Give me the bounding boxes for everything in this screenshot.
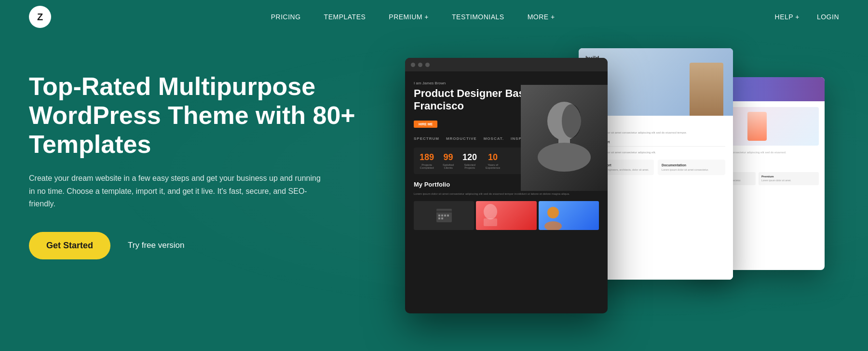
stat-selected-number: 120 bbox=[462, 152, 477, 162]
mockup-main-browser: I am James Brown Product Designer Based … bbox=[405, 58, 608, 313]
thumb-blue bbox=[539, 201, 599, 230]
hero-title: Top-Rated Multipurpose WordPress Theme w… bbox=[29, 72, 366, 159]
browser-dot-green bbox=[425, 63, 430, 67]
nav-pricing[interactable]: PRICING bbox=[271, 13, 301, 21]
main-content: Top-Rated Multipurpose WordPress Theme w… bbox=[0, 34, 868, 351]
portfolio-body-text: Lorem ipsum dolor sit amet consectetur a… bbox=[414, 192, 599, 196]
stat-projects-label: ProjectsCompleted bbox=[420, 163, 434, 169]
stat-clients: 99 SatisfiedClients bbox=[443, 152, 454, 169]
logo-moscat: MOSCAT. bbox=[484, 136, 504, 141]
brand-logo[interactable]: Z bbox=[29, 6, 51, 28]
header: Z PRICING TEMPLATES PREMIUM + TESTIMONIA… bbox=[0, 0, 868, 34]
logo-mroductive: mRODUCTive bbox=[446, 136, 477, 141]
secondary-card-2-title: Documentation bbox=[662, 163, 721, 167]
stat-years: 10 Years ofExperience bbox=[486, 152, 500, 169]
hero-right: I am James Brown Product Designer Based … bbox=[405, 48, 839, 328]
svg-point-12 bbox=[484, 204, 497, 219]
portfolio-hire-btn[interactable]: HIRE ME bbox=[414, 121, 437, 128]
browser-dot-red bbox=[411, 63, 415, 67]
third-card-2-title: Premium bbox=[761, 175, 816, 178]
portfolio-face-image bbox=[521, 85, 608, 191]
third-person-figure bbox=[747, 112, 767, 141]
stat-years-label: Years ofExperience bbox=[486, 163, 500, 169]
stat-years-number: 10 bbox=[486, 152, 500, 162]
thumb-red bbox=[476, 201, 536, 230]
hero-left: Top-Rated Multipurpose WordPress Theme w… bbox=[29, 53, 366, 259]
svg-rect-10 bbox=[438, 217, 440, 219]
get-started-button[interactable]: Get Started bbox=[29, 232, 110, 259]
svg-rect-11 bbox=[441, 217, 443, 219]
stat-clients-number: 99 bbox=[443, 152, 454, 162]
nav-testimonials[interactable]: TESTIMONIALS bbox=[452, 13, 504, 21]
svg-point-14 bbox=[547, 207, 559, 218]
third-card-2-body: Lorem ipsum dolor sit amet. bbox=[761, 179, 816, 182]
nav-login[interactable]: LOGIN bbox=[817, 13, 839, 21]
logo-spectrum: SPECTRUM bbox=[414, 136, 439, 141]
thumb-calendar bbox=[414, 201, 474, 230]
browser-titlebar bbox=[405, 58, 608, 71]
stat-clients-label: SatisfiedClients bbox=[443, 163, 454, 169]
nav-premium[interactable]: PREMIUM + bbox=[389, 13, 429, 21]
hero-description: Create your dream website in a few easy … bbox=[29, 172, 328, 210]
browser-dot-yellow bbox=[418, 63, 422, 67]
secondary-figure bbox=[690, 63, 723, 116]
nav-more[interactable]: MORE + bbox=[528, 13, 555, 21]
hero-buttons: Get Started Try free version bbox=[29, 232, 366, 259]
try-free-button[interactable]: Try free version bbox=[128, 241, 184, 250]
portfolio-grid bbox=[414, 201, 599, 230]
svg-rect-13 bbox=[484, 218, 497, 226]
face-svg bbox=[535, 94, 593, 181]
svg-rect-6 bbox=[438, 215, 440, 216]
stat-projects-number: 189 bbox=[420, 152, 434, 162]
svg-rect-7 bbox=[441, 215, 443, 216]
svg-rect-5 bbox=[436, 211, 452, 213]
svg-rect-8 bbox=[444, 215, 446, 216]
svg-point-15 bbox=[544, 221, 562, 230]
secondary-card-2-body: Lorem ipsum dolor sit amet consectetur. bbox=[662, 168, 721, 171]
svg-point-2 bbox=[538, 143, 591, 172]
nav-center: PRICING TEMPLATES PREMIUM + TESTIMONIALS… bbox=[271, 13, 555, 21]
svg-rect-9 bbox=[447, 215, 449, 216]
nav-templates[interactable]: TEMPLATES bbox=[324, 13, 366, 21]
secondary-card-2: Documentation Lorem ipsum dolor sit amet… bbox=[658, 160, 725, 175]
nav-right: HELP + LOGIN bbox=[775, 13, 839, 21]
stat-projects: 189 ProjectsCompleted bbox=[420, 152, 434, 169]
stat-selected: 120 SelectedProjects bbox=[462, 152, 477, 169]
third-card-2: Premium Lorem ipsum dolor sit amet. bbox=[759, 172, 819, 185]
nav-help[interactable]: HELP + bbox=[775, 13, 800, 21]
stat-selected-label: SelectedProjects bbox=[462, 163, 477, 169]
svg-point-3 bbox=[562, 104, 581, 138]
